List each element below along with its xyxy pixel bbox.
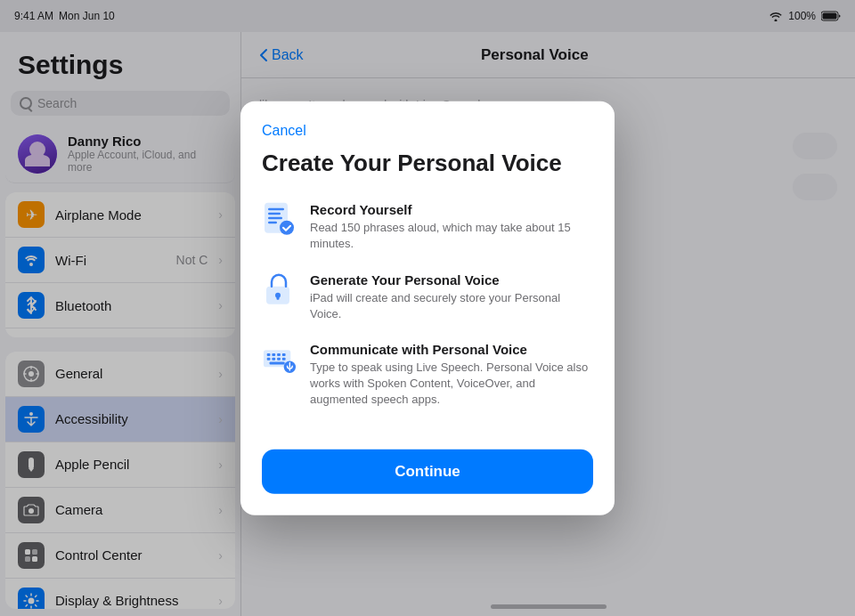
record-title: Record Yourself — [310, 202, 593, 217]
lock-icon — [262, 272, 296, 305]
modal-feature-communicate: Communicate with Personal Voice Type to … — [262, 342, 593, 409]
svg-rect-29 — [267, 353, 271, 356]
svg-rect-36 — [282, 358, 286, 361]
svg-rect-37 — [270, 361, 285, 364]
modal-cancel-button[interactable]: Cancel — [262, 123, 306, 139]
modal-dialog: Cancel Create Your Personal Voice Record… — [240, 101, 615, 515]
svg-rect-32 — [282, 353, 286, 356]
svg-rect-27 — [277, 295, 280, 299]
modal-spacer — [262, 427, 593, 442]
svg-rect-21 — [268, 213, 281, 215]
svg-point-24 — [280, 221, 294, 235]
keyboard-icon — [262, 342, 296, 376]
modal-title: Create Your Personal Voice — [262, 150, 593, 177]
record-desc: Read 150 phrases aloud, which may take a… — [310, 220, 593, 252]
svg-rect-23 — [268, 222, 277, 224]
svg-rect-34 — [272, 358, 275, 361]
svg-rect-22 — [268, 217, 282, 220]
communicate-title: Communicate with Personal Voice — [310, 342, 593, 357]
generate-title: Generate Your Personal Voice — [310, 272, 593, 287]
svg-rect-20 — [268, 208, 284, 211]
communicate-desc: Type to speak using Live Speech. Persona… — [310, 360, 593, 409]
record-feature-text: Record Yourself Read 150 phrases aloud, … — [310, 202, 593, 252]
generate-desc: iPad will create and securely store your… — [310, 289, 593, 321]
svg-rect-33 — [267, 358, 271, 361]
continue-button[interactable]: Continue — [262, 449, 593, 493]
svg-rect-30 — [272, 353, 275, 356]
svg-rect-35 — [277, 358, 281, 361]
modal-feature-generate: Generate Your Personal Voice iPad will c… — [262, 272, 593, 321]
record-icon — [262, 202, 296, 236]
svg-rect-31 — [277, 353, 281, 356]
modal-feature-record: Record Yourself Read 150 phrases aloud, … — [262, 202, 593, 252]
communicate-feature-text: Communicate with Personal Voice Type to … — [310, 342, 593, 409]
generate-feature-text: Generate Your Personal Voice iPad will c… — [310, 272, 593, 321]
